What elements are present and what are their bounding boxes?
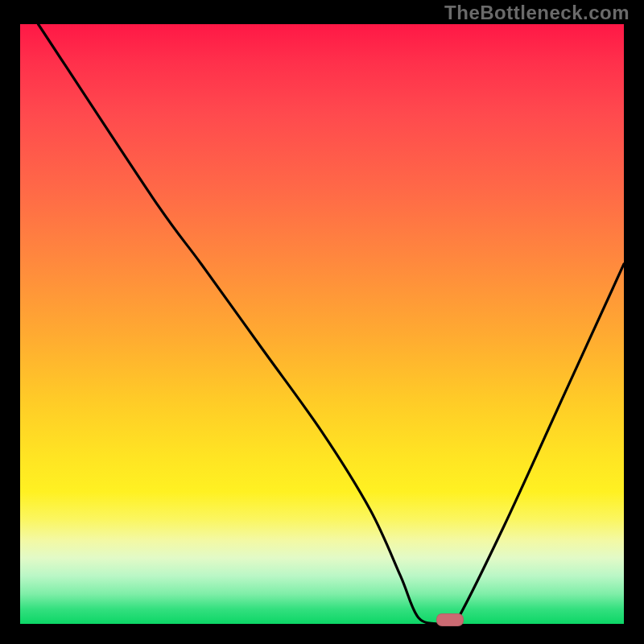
watermark-text: TheBottleneck.com xyxy=(444,2,630,24)
plot-area xyxy=(20,24,624,624)
chart-frame: TheBottleneck.com xyxy=(0,0,644,644)
optimal-marker xyxy=(436,613,464,626)
bottleneck-curve xyxy=(20,24,624,624)
